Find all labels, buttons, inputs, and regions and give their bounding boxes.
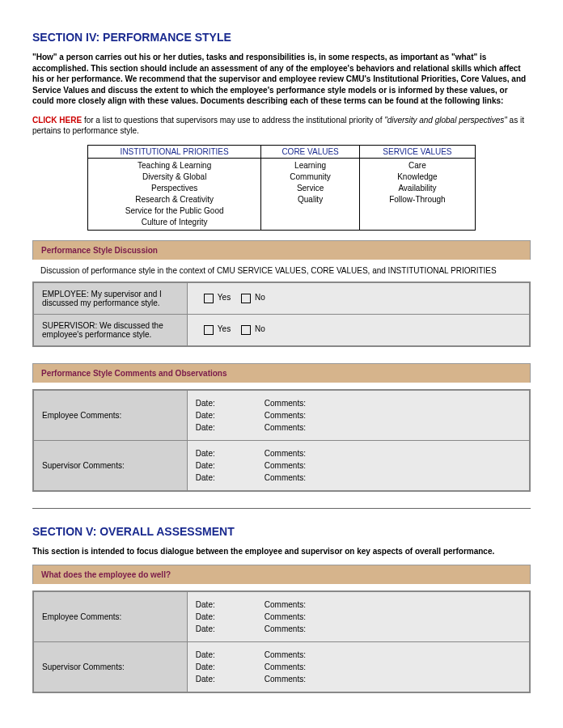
no-label: No (255, 293, 265, 302)
employee-no-checkbox[interactable] (241, 294, 251, 303)
band-performance-comments: Performance Style Comments and Observati… (32, 363, 531, 383)
section4-title: SECTION IV: PERFORMANCE STYLE (32, 31, 531, 44)
date-label: Date: (196, 662, 265, 671)
employee-discussed-label: EMPLOYEE: My supervisor and I discussed … (33, 282, 187, 315)
employee-comments-cell: Date:Comments: Date:Comments: Date:Comme… (187, 390, 530, 441)
discussion-table: EMPLOYEE: My supervisor and I discussed … (32, 281, 531, 347)
supervisor-comments-label: Supervisor Comments: (33, 642, 187, 693)
click-here-link[interactable]: CLICK HERE (32, 116, 82, 125)
supervisor-yes-checkbox[interactable] (204, 325, 214, 335)
comments-label: Comments: (265, 600, 306, 609)
date-label: Date: (196, 449, 265, 458)
comments-label: Comments: (265, 662, 306, 671)
comments-label: Comments: (265, 411, 306, 420)
date-label: Date: (196, 423, 265, 432)
date-label: Date: (196, 411, 265, 420)
date-label: Date: (196, 650, 265, 659)
date-label: Date: (196, 461, 265, 470)
date-label: Date: (196, 612, 265, 621)
section-divider (32, 508, 531, 509)
supervisor-comments-cell: Date:Comments: Date:Comments: Date:Comme… (187, 440, 530, 491)
comments-label: Comments: (265, 473, 306, 482)
no-label: No (255, 324, 265, 333)
section4-paragraph: "How" a person carries out his or her du… (32, 52, 531, 107)
values-table: INSTITUTIONAL PRIORITIES CORE VALUES SER… (87, 145, 476, 231)
date-label: Date: (196, 399, 265, 408)
yes-label: Yes (218, 293, 231, 302)
supervisor-comments-label: Supervisor Comments: (33, 440, 187, 491)
employee-comments-label: Employee Comments: (33, 390, 187, 441)
discussion-text: Discussion of performance style in the c… (32, 260, 531, 281)
date-label: Date: (196, 675, 265, 684)
comments-table-s5: Employee Comments: Date:Comments: Date:C… (32, 590, 531, 693)
date-label: Date: (196, 473, 265, 482)
band-do-well: What does the employee do well? (32, 565, 531, 584)
comments-label: Comments: (265, 675, 306, 684)
click-here-line: CLICK HERE for a list to questions that … (32, 115, 531, 137)
values-header-1: INSTITUTIONAL PRIORITIES (88, 145, 261, 158)
values-header-3: SERVICE VALUES (359, 145, 475, 158)
supervisor-no-checkbox[interactable] (241, 325, 251, 335)
employee-discussed-options: Yes No (187, 282, 530, 315)
comments-table-s4: Employee Comments: Date:Comments: Date:C… (32, 389, 531, 492)
values-header-2: CORE VALUES (261, 145, 360, 158)
values-col-1: Teaching & LearningDiversity & GlobalPer… (88, 158, 261, 230)
employee-comments-label: Employee Comments: (33, 591, 187, 642)
date-label: Date: (196, 600, 265, 609)
comments-label: Comments: (265, 461, 306, 470)
date-label: Date: (196, 624, 265, 633)
section5-paragraph: This section is intended to focus dialog… (32, 546, 531, 557)
band-performance-discussion: Performance Style Discussion (32, 240, 531, 260)
yes-label: Yes (218, 324, 231, 333)
supervisor-discussed-options: Yes No (187, 314, 530, 346)
comments-label: Comments: (265, 612, 306, 621)
employee-comments-cell: Date:Comments: Date:Comments: Date:Comme… (187, 591, 530, 642)
supervisor-discussed-label: SUPERVISOR: We discussed the employee's … (33, 314, 187, 346)
comments-label: Comments: (265, 624, 306, 633)
section5-title: SECTION V: OVERALL ASSESSMENT (32, 525, 531, 538)
comments-label: Comments: (265, 449, 306, 458)
values-col-2: LearningCommunityServiceQuality (261, 158, 360, 230)
comments-label: Comments: (265, 423, 306, 432)
click-text-1: for a list to questions that supervisors… (82, 116, 384, 125)
values-col-3: CareKnowledgeAvailabilityFollow-Through (359, 158, 475, 230)
comments-label: Comments: (265, 399, 306, 408)
supervisor-comments-cell: Date:Comments: Date:Comments: Date:Comme… (187, 642, 530, 693)
comments-label: Comments: (265, 650, 306, 659)
click-italic: "diversity and global perspectives" (384, 116, 507, 125)
employee-yes-checkbox[interactable] (204, 294, 214, 303)
